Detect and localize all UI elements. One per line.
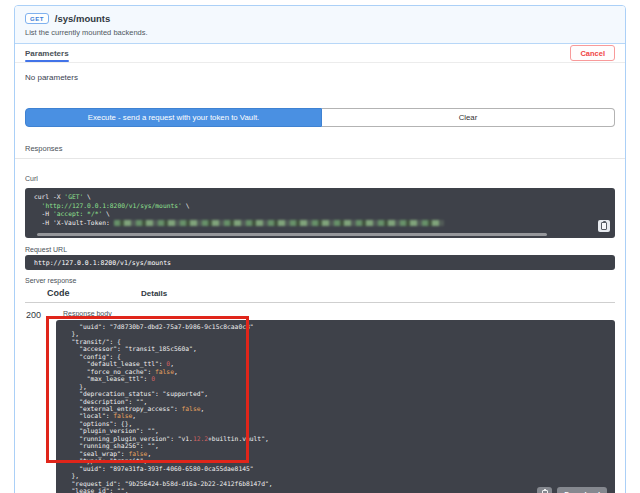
status-code: 200 <box>25 310 56 493</box>
swagger-ui-page: GET /sys/mounts List the currently mount… <box>0 0 640 493</box>
responses-section: Responses Curl curl -X 'GET' \ 'http://1… <box>15 139 625 493</box>
opblock-get-sys-mounts: GET /sys/mounts List the currently mount… <box>14 5 626 493</box>
no-parameters-text: No parameters <box>15 63 625 100</box>
server-response-label: Server response <box>25 277 615 284</box>
server-response-table: Code Details 200 Response body "uuid": "… <box>25 288 615 493</box>
tab-parameters[interactable]: Parameters <box>25 44 69 62</box>
clipboard-icon <box>601 222 607 230</box>
redacted-token <box>114 220 444 226</box>
execute-clear-row: Execute - send a request with your token… <box>25 108 615 127</box>
tab-bar: Parameters Cancel <box>15 44 625 63</box>
endpoint-header[interactable]: GET /sys/mounts List the currently mount… <box>15 6 625 44</box>
response-body-block: "uuid": "7d8730b7-dbd2-75a7-b986-9c15c8c… <box>56 320 615 493</box>
response-actions: Download <box>537 487 607 493</box>
response-body-label: Response body <box>56 310 615 317</box>
code-column-header: Code <box>25 288 141 298</box>
endpoint-path: /sys/mounts <box>55 13 110 24</box>
curl-horizontal-scrollbar[interactable] <box>37 233 547 236</box>
response-row-200: 200 Response body "uuid": "7d8730b7-dbd2… <box>25 303 615 493</box>
endpoint-summary-row: GET /sys/mounts <box>25 13 615 24</box>
curl-command-text[interactable]: curl -X 'GET' \ 'http://127.0.0.1:8200/v… <box>25 188 615 232</box>
curl-command-block: curl -X 'GET' \ 'http://127.0.0.1:8200/v… <box>25 188 615 238</box>
request-url-label: Request URL <box>25 246 615 253</box>
copy-response-icon[interactable] <box>537 487 552 493</box>
clear-button[interactable]: Clear <box>322 108 615 127</box>
responses-inner: Curl curl -X 'GET' \ 'http://127.0.0.1:8… <box>15 159 625 493</box>
execute-button[interactable]: Execute - send a request with your token… <box>25 108 322 127</box>
details-column-header: Details <box>141 289 167 298</box>
http-method-badge: GET <box>25 13 49 24</box>
download-button[interactable]: Download <box>557 487 607 493</box>
curl-label: Curl <box>25 175 38 182</box>
request-url-value: http://127.0.0.1:8200/v1/sys/mounts <box>25 255 615 270</box>
response-body-json[interactable]: "uuid": "7d8730b7-dbd2-75a7-b986-9c15c8c… <box>56 320 615 493</box>
tab-parameters-label: Parameters <box>25 49 69 58</box>
responses-section-title: Responses <box>15 139 625 159</box>
copy-curl-icon[interactable] <box>598 220 610 232</box>
response-details-cell: Response body "uuid": "7d8730b7-dbd2-75a… <box>56 310 615 493</box>
endpoint-description: List the currently mounted backends. <box>25 28 615 37</box>
cancel-button[interactable]: Cancel <box>570 45 615 61</box>
response-table-header: Code Details <box>25 288 615 303</box>
